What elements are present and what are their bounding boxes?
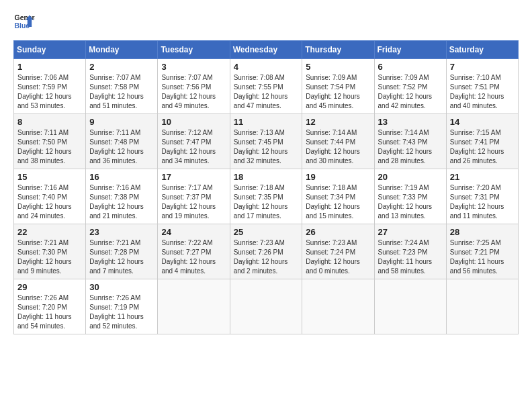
calendar-cell: 13 Sunrise: 7:14 AMSunset: 7:43 PMDaylig… (374, 114, 446, 169)
day-number: 19 (306, 172, 370, 182)
calendar-cell: 19 Sunrise: 7:18 AMSunset: 7:34 PMDaylig… (302, 169, 374, 224)
calendar-cell (374, 279, 446, 334)
logo-icon: General Blue (13, 11, 35, 32)
calendar-cell: 12 Sunrise: 7:14 AMSunset: 7:44 PMDaylig… (302, 114, 374, 169)
day-number: 30 (89, 282, 154, 292)
calendar-cell: 27 Sunrise: 7:24 AMSunset: 7:23 PMDaylig… (374, 224, 446, 279)
day-detail: Sunrise: 7:06 AMSunset: 7:59 PMDaylight:… (17, 74, 72, 109)
calendar-cell (158, 279, 230, 334)
day-number: 14 (450, 117, 515, 127)
calendar-cell: 6 Sunrise: 7:09 AMSunset: 7:52 PMDayligh… (374, 59, 446, 114)
day-detail: Sunrise: 7:21 AMSunset: 7:30 PMDaylight:… (17, 239, 72, 275)
day-number: 21 (450, 172, 515, 182)
calendar-cell: 14 Sunrise: 7:15 AMSunset: 7:41 PMDaylig… (446, 114, 518, 169)
day-detail: Sunrise: 7:22 AMSunset: 7:27 PMDaylight:… (161, 239, 216, 275)
page-header: General Blue (13, 11, 519, 32)
day-detail: Sunrise: 7:16 AMSunset: 7:38 PMDaylight:… (89, 184, 144, 220)
day-number: 16 (89, 172, 154, 182)
calendar-cell: 8 Sunrise: 7:11 AMSunset: 7:50 PMDayligh… (14, 114, 86, 169)
day-number: 10 (161, 117, 226, 127)
day-number: 6 (378, 62, 443, 72)
column-header-tuesday: Tuesday (158, 41, 230, 59)
calendar-week-row: 1 Sunrise: 7:06 AMSunset: 7:59 PMDayligh… (14, 59, 519, 114)
calendar-cell: 17 Sunrise: 7:17 AMSunset: 7:37 PMDaylig… (158, 169, 230, 224)
calendar-cell: 23 Sunrise: 7:21 AMSunset: 7:28 PMDaylig… (86, 224, 158, 279)
day-number: 4 (234, 62, 299, 72)
day-number: 26 (306, 227, 370, 237)
day-number: 15 (17, 172, 82, 182)
calendar-cell: 7 Sunrise: 7:10 AMSunset: 7:51 PMDayligh… (446, 59, 518, 114)
calendar-cell: 21 Sunrise: 7:20 AMSunset: 7:31 PMDaylig… (446, 169, 518, 224)
calendar-cell: 2 Sunrise: 7:07 AMSunset: 7:58 PMDayligh… (86, 59, 158, 114)
calendar-cell: 22 Sunrise: 7:21 AMSunset: 7:30 PMDaylig… (14, 224, 86, 279)
day-detail: Sunrise: 7:23 AMSunset: 7:26 PMDaylight:… (234, 239, 288, 275)
column-header-thursday: Thursday (302, 41, 374, 59)
column-header-wednesday: Wednesday (230, 41, 302, 59)
day-number: 9 (89, 117, 154, 127)
day-number: 25 (234, 227, 299, 237)
column-header-monday: Monday (86, 41, 158, 59)
day-number: 27 (378, 227, 443, 237)
day-detail: Sunrise: 7:24 AMSunset: 7:23 PMDaylight:… (378, 239, 433, 275)
day-detail: Sunrise: 7:19 AMSunset: 7:33 PMDaylight:… (378, 184, 433, 220)
day-detail: Sunrise: 7:16 AMSunset: 7:40 PMDaylight:… (17, 184, 72, 220)
calendar-cell: 26 Sunrise: 7:23 AMSunset: 7:24 PMDaylig… (302, 224, 374, 279)
day-detail: Sunrise: 7:11 AMSunset: 7:50 PMDaylight:… (17, 129, 72, 165)
day-detail: Sunrise: 7:07 AMSunset: 7:56 PMDaylight:… (161, 74, 216, 109)
day-number: 1 (17, 62, 82, 72)
day-detail: Sunrise: 7:20 AMSunset: 7:31 PMDaylight:… (450, 184, 504, 220)
column-header-friday: Friday (374, 41, 446, 59)
day-number: 2 (89, 62, 154, 72)
day-detail: Sunrise: 7:07 AMSunset: 7:58 PMDaylight:… (89, 74, 144, 109)
calendar-table: SundayMondayTuesdayWednesdayThursdayFrid… (13, 40, 519, 334)
calendar-cell: 16 Sunrise: 7:16 AMSunset: 7:38 PMDaylig… (86, 169, 158, 224)
calendar-cell: 24 Sunrise: 7:22 AMSunset: 7:27 PMDaylig… (158, 224, 230, 279)
day-number: 17 (161, 172, 226, 182)
calendar-cell: 28 Sunrise: 7:25 AMSunset: 7:21 PMDaylig… (446, 224, 518, 279)
day-detail: Sunrise: 7:11 AMSunset: 7:48 PMDaylight:… (89, 129, 144, 165)
day-number: 20 (378, 172, 443, 182)
calendar-cell: 3 Sunrise: 7:07 AMSunset: 7:56 PMDayligh… (158, 59, 230, 114)
day-detail: Sunrise: 7:09 AMSunset: 7:52 PMDaylight:… (378, 74, 433, 109)
day-detail: Sunrise: 7:08 AMSunset: 7:55 PMDaylight:… (234, 74, 288, 109)
calendar-header-row: SundayMondayTuesdayWednesdayThursdayFrid… (14, 41, 519, 59)
day-detail: Sunrise: 7:10 AMSunset: 7:51 PMDaylight:… (450, 74, 504, 109)
day-number: 5 (306, 62, 370, 72)
calendar-cell: 11 Sunrise: 7:13 AMSunset: 7:45 PMDaylig… (230, 114, 302, 169)
day-detail: Sunrise: 7:12 AMSunset: 7:47 PMDaylight:… (161, 129, 216, 165)
calendar-week-row: 15 Sunrise: 7:16 AMSunset: 7:40 PMDaylig… (14, 169, 519, 224)
day-detail: Sunrise: 7:25 AMSunset: 7:21 PMDaylight:… (450, 239, 504, 275)
day-number: 8 (17, 117, 82, 127)
calendar-cell: 30 Sunrise: 7:26 AMSunset: 7:19 PMDaylig… (86, 279, 158, 334)
day-detail: Sunrise: 7:26 AMSunset: 7:19 PMDaylight:… (89, 294, 144, 330)
day-number: 3 (161, 62, 226, 72)
calendar-cell: 20 Sunrise: 7:19 AMSunset: 7:33 PMDaylig… (374, 169, 446, 224)
calendar-cell: 10 Sunrise: 7:12 AMSunset: 7:47 PMDaylig… (158, 114, 230, 169)
day-number: 28 (450, 227, 515, 237)
calendar-cell (302, 279, 374, 334)
calendar-cell (230, 279, 302, 334)
day-detail: Sunrise: 7:14 AMSunset: 7:43 PMDaylight:… (378, 129, 433, 165)
calendar-cell: 29 Sunrise: 7:26 AMSunset: 7:20 PMDaylig… (14, 279, 86, 334)
day-detail: Sunrise: 7:09 AMSunset: 7:54 PMDaylight:… (306, 74, 360, 109)
calendar-cell: 18 Sunrise: 7:18 AMSunset: 7:35 PMDaylig… (230, 169, 302, 224)
day-detail: Sunrise: 7:18 AMSunset: 7:34 PMDaylight:… (306, 184, 360, 220)
day-detail: Sunrise: 7:13 AMSunset: 7:45 PMDaylight:… (234, 129, 288, 165)
day-number: 7 (450, 62, 515, 72)
calendar-cell: 25 Sunrise: 7:23 AMSunset: 7:26 PMDaylig… (230, 224, 302, 279)
day-detail: Sunrise: 7:15 AMSunset: 7:41 PMDaylight:… (450, 129, 504, 165)
column-header-saturday: Saturday (446, 41, 518, 59)
day-detail: Sunrise: 7:18 AMSunset: 7:35 PMDaylight:… (234, 184, 288, 220)
day-number: 11 (234, 117, 299, 127)
calendar-cell: 4 Sunrise: 7:08 AMSunset: 7:55 PMDayligh… (230, 59, 302, 114)
day-number: 13 (378, 117, 443, 127)
calendar-cell (446, 279, 518, 334)
day-detail: Sunrise: 7:17 AMSunset: 7:37 PMDaylight:… (161, 184, 216, 220)
day-detail: Sunrise: 7:23 AMSunset: 7:24 PMDaylight:… (306, 239, 360, 275)
day-number: 24 (161, 227, 226, 237)
day-detail: Sunrise: 7:26 AMSunset: 7:20 PMDaylight:… (17, 294, 72, 330)
calendar-cell: 9 Sunrise: 7:11 AMSunset: 7:48 PMDayligh… (86, 114, 158, 169)
calendar-week-row: 8 Sunrise: 7:11 AMSunset: 7:50 PMDayligh… (14, 114, 519, 169)
day-number: 12 (306, 117, 370, 127)
calendar-week-row: 29 Sunrise: 7:26 AMSunset: 7:20 PMDaylig… (14, 279, 519, 334)
